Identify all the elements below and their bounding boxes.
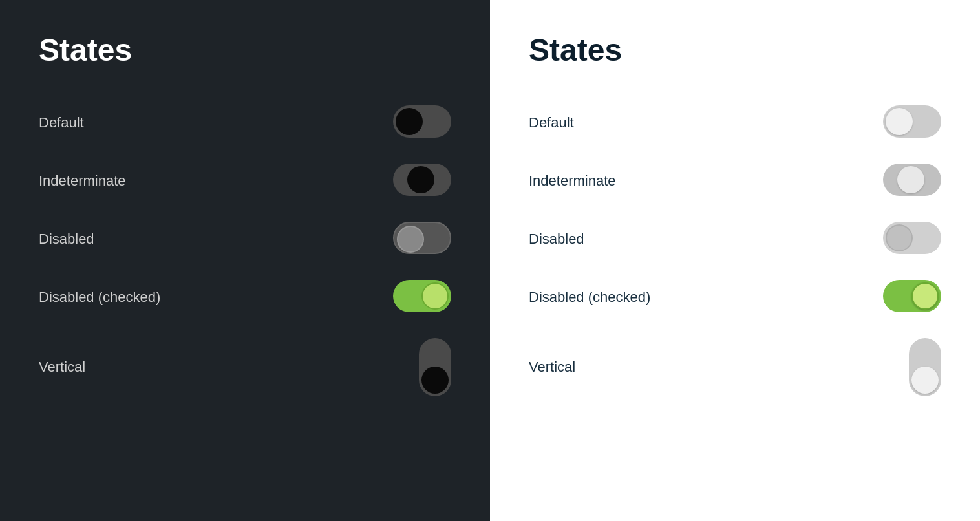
dark-default-row: Default	[39, 94, 451, 152]
dark-disabled-checked-row: Disabled (checked)	[39, 268, 451, 326]
dark-indeterminate-label: Indeterminate	[39, 173, 126, 189]
dark-default-track	[393, 105, 451, 138]
light-default-toggle[interactable]	[883, 105, 941, 140]
light-indeterminate-label: Indeterminate	[529, 173, 616, 189]
light-disabled-thumb	[886, 224, 913, 251]
light-panel-title: States	[529, 32, 941, 68]
light-vertical-toggle[interactable]	[909, 338, 941, 396]
dark-disabled-label: Disabled	[39, 231, 94, 248]
light-vertical-label-wrapper: Vertical	[529, 338, 575, 396]
light-disabled-row: Disabled	[529, 210, 941, 268]
light-vertical-thumb	[911, 367, 939, 394]
dark-vertical-track	[419, 338, 451, 396]
dark-default-toggle[interactable]	[393, 105, 451, 140]
dark-vertical-thumb	[421, 367, 449, 394]
light-disabled-label: Disabled	[529, 231, 584, 248]
dark-indeterminate-toggle[interactable]	[393, 164, 451, 198]
dark-disabled-track	[393, 222, 451, 254]
dark-indeterminate-track	[393, 164, 451, 196]
light-indeterminate-row: Indeterminate	[529, 152, 941, 210]
light-default-track	[883, 105, 941, 138]
light-disabled-checked-toggle	[883, 280, 941, 315]
light-default-label: Default	[529, 114, 574, 131]
light-disabled-checked-row: Disabled (checked)	[529, 268, 941, 326]
light-panel: States Default Indeterminate Disabled Di…	[490, 0, 980, 521]
dark-panel: States Default Indeterminate Disabled Di…	[0, 0, 490, 521]
dark-disabled-thumb	[397, 226, 424, 253]
light-default-thumb	[886, 108, 913, 135]
dark-indeterminate-row: Indeterminate	[39, 152, 451, 210]
dark-vertical-toggle[interactable]	[419, 338, 451, 396]
light-default-row: Default	[529, 94, 941, 152]
light-vertical-label: Vertical	[529, 359, 575, 376]
dark-vertical-label-wrapper: Vertical	[39, 338, 85, 396]
dark-disabled-checked-toggle	[393, 280, 451, 315]
light-disabled-track	[883, 222, 941, 254]
light-disabled-checked-track	[883, 280, 941, 312]
light-vertical-track	[909, 338, 941, 396]
light-disabled-toggle	[883, 222, 941, 257]
dark-default-thumb	[396, 108, 423, 135]
light-disabled-checked-thumb	[911, 282, 939, 310]
light-indeterminate-track	[883, 164, 941, 196]
light-disabled-checked-label: Disabled (checked)	[529, 289, 650, 306]
dark-indeterminate-thumb	[407, 166, 434, 193]
dark-disabled-row: Disabled	[39, 210, 451, 268]
dark-disabled-toggle	[393, 222, 451, 257]
dark-disabled-checked-label: Disabled (checked)	[39, 289, 160, 306]
dark-vertical-row: Vertical	[39, 326, 451, 408]
light-indeterminate-thumb	[897, 166, 924, 193]
light-vertical-row: Vertical	[529, 326, 941, 408]
light-indeterminate-toggle[interactable]	[883, 164, 941, 198]
dark-vertical-label: Vertical	[39, 359, 85, 376]
dark-disabled-checked-track	[393, 280, 451, 312]
dark-default-label: Default	[39, 114, 84, 131]
dark-disabled-checked-thumb	[421, 282, 449, 310]
dark-panel-title: States	[39, 32, 451, 68]
